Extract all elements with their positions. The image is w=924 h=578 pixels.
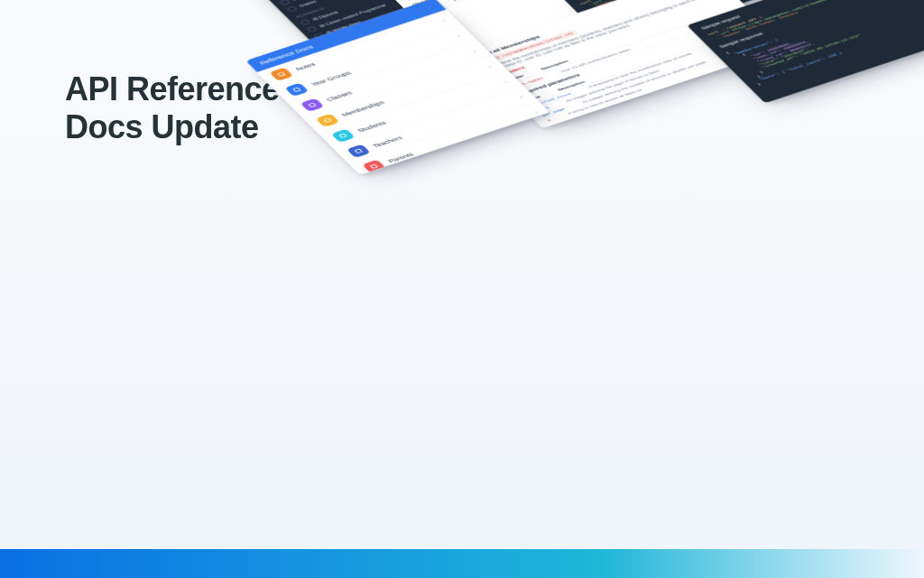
svg-rect-4 <box>278 72 285 77</box>
classes-icon <box>300 98 325 111</box>
svg-rect-7 <box>324 118 331 123</box>
cap-icon <box>307 26 317 32</box>
chevron-right-icon: › <box>456 33 463 39</box>
category-label: Teachers <box>371 135 403 148</box>
headers-heading: Headers <box>411 0 718 7</box>
cap-icon <box>300 19 310 24</box>
star-icon <box>287 6 297 12</box>
students-icon <box>331 128 356 142</box>
parents-icon <box>362 159 386 172</box>
category-label: Notes <box>294 61 317 71</box>
col-desc: Description <box>452 0 481 2</box>
teachers-icon <box>346 144 371 157</box>
param-q: q <box>546 118 551 122</box>
school-icon <box>377 174 402 175</box>
category-label: Classes <box>325 89 354 102</box>
category-label: School <box>402 168 428 175</box>
memberships-icon <box>316 113 340 126</box>
year-groups-icon <box>284 82 309 96</box>
footer-strip <box>0 549 924 578</box>
svg-rect-10 <box>370 164 377 169</box>
svg-rect-9 <box>355 149 362 154</box>
svg-rect-8 <box>339 134 346 138</box>
category-label: Students <box>356 119 387 133</box>
chevron-right-icon: › <box>532 110 540 116</box>
notes-icon <box>269 67 293 80</box>
svg-rect-6 <box>309 103 316 107</box>
gauge-icon <box>280 0 290 5</box>
svg-rect-5 <box>293 88 300 92</box>
category-label: Parents <box>387 152 415 163</box>
